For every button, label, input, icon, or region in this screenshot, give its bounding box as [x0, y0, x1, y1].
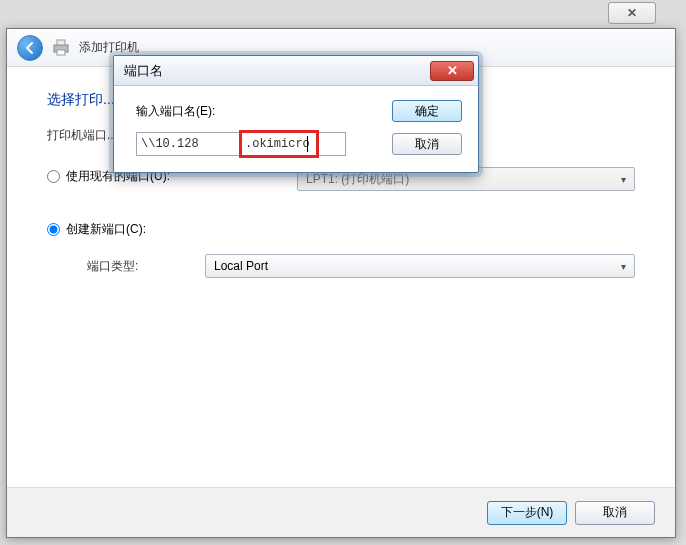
- printer-icon: [51, 39, 71, 57]
- close-icon: ✕: [447, 63, 458, 78]
- port-type-dropdown[interactable]: Local Port ▾: [205, 254, 635, 278]
- chevron-down-icon: ▾: [621, 174, 626, 185]
- next-button[interactable]: 下一步(N): [487, 501, 567, 525]
- port-type-label: 端口类型:: [87, 258, 177, 275]
- port-name-input[interactable]: \\10.128 .okimicro: [136, 132, 346, 156]
- create-new-label: 创建新端口(C):: [66, 221, 146, 238]
- ok-button[interactable]: 确定: [392, 100, 462, 122]
- wizard-title: 添加打印机: [79, 39, 139, 56]
- text-cursor: [307, 136, 308, 152]
- dialog-close-button[interactable]: ✕: [430, 61, 474, 81]
- port-type-value: Local Port: [214, 259, 268, 273]
- port-name-label: 输入端口名(E):: [136, 103, 374, 120]
- wizard-footer: 下一步(N) 取消: [7, 487, 675, 537]
- arrow-left-icon: [23, 41, 37, 55]
- use-existing-radio[interactable]: [47, 170, 60, 183]
- port-value-part2: .okimicro: [245, 137, 310, 151]
- existing-port-value: LPT1: (打印机端口): [306, 171, 409, 188]
- close-icon: ✕: [627, 6, 637, 20]
- port-name-dialog: 端口名 ✕ 输入端口名(E): 确定 \\10.128 .okimicro 取消: [113, 55, 479, 173]
- port-value-part1: \\10.128: [141, 137, 199, 151]
- create-new-port-option[interactable]: 创建新端口(C):: [47, 221, 635, 238]
- cancel-button[interactable]: 取消: [575, 501, 655, 525]
- dialog-titlebar: 端口名 ✕: [114, 56, 478, 86]
- chevron-down-icon: ▾: [621, 261, 626, 272]
- dialog-cancel-button[interactable]: 取消: [392, 133, 462, 155]
- dialog-title: 端口名: [124, 62, 163, 80]
- dialog-body: 输入端口名(E): 确定 \\10.128 .okimicro 取消: [114, 86, 478, 172]
- svg-rect-1: [57, 40, 65, 45]
- outer-close-button[interactable]: ✕: [608, 2, 656, 24]
- svg-rect-2: [57, 50, 65, 55]
- create-new-radio[interactable]: [47, 223, 60, 236]
- back-button[interactable]: [17, 35, 43, 61]
